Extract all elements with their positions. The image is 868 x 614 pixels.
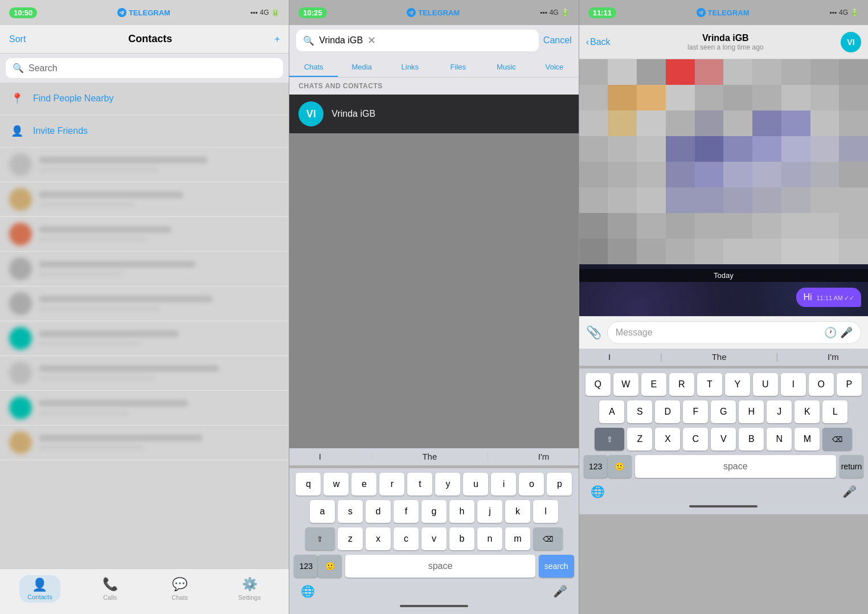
key-Q[interactable]: Q bbox=[586, 373, 611, 396]
key-S[interactable]: S bbox=[627, 400, 652, 423]
key-e[interactable]: e bbox=[351, 473, 376, 496]
key-Z[interactable]: Z bbox=[627, 428, 652, 451]
key-backspace-right[interactable]: ⌫ bbox=[822, 428, 852, 451]
table-row[interactable] bbox=[0, 217, 289, 252]
clock-icon[interactable]: 🕐 bbox=[824, 326, 837, 339]
key-K[interactable]: K bbox=[795, 400, 820, 423]
message-input[interactable]: Message 🕐 🎤 bbox=[607, 321, 861, 344]
key-p[interactable]: p bbox=[547, 473, 572, 496]
filter-tab-music[interactable]: Music bbox=[482, 58, 531, 77]
key-emoji[interactable]: 🙂 bbox=[318, 555, 342, 578]
key-v[interactable]: v bbox=[421, 527, 447, 550]
mic-icon[interactable]: 🎤 bbox=[553, 584, 567, 598]
key-space[interactable]: space bbox=[345, 555, 535, 578]
key-W[interactable]: W bbox=[613, 373, 638, 396]
right-suggestion-the[interactable]: The bbox=[712, 352, 727, 362]
key-g[interactable]: g bbox=[421, 500, 447, 523]
left-add-btn[interactable]: + bbox=[275, 34, 280, 44]
tab-chats[interactable]: 💬 Chats bbox=[160, 577, 200, 601]
key-I[interactable]: I bbox=[781, 373, 806, 396]
key-J[interactable]: J bbox=[767, 400, 792, 423]
key-q[interactable]: q bbox=[296, 473, 321, 496]
key-L[interactable]: L bbox=[822, 400, 847, 423]
filter-tab-files[interactable]: Files bbox=[434, 58, 482, 77]
filter-tab-chats[interactable]: Chats bbox=[289, 58, 338, 77]
right-globe-icon[interactable]: 🌐 bbox=[591, 485, 605, 498]
key-backspace[interactable]: ⌫ bbox=[533, 527, 563, 550]
key-m[interactable]: m bbox=[505, 527, 530, 550]
key-O[interactable]: O bbox=[809, 373, 834, 396]
key-H[interactable]: H bbox=[739, 400, 764, 423]
mic-input-icon[interactable]: 🎤 bbox=[840, 326, 853, 339]
suggestion-the[interactable]: The bbox=[422, 452, 437, 462]
attach-icon[interactable]: 📎 bbox=[586, 325, 601, 340]
suggestion-i[interactable]: I bbox=[319, 452, 321, 462]
key-d[interactable]: d bbox=[366, 500, 391, 523]
tab-settings[interactable]: ⚙️ Settings bbox=[230, 577, 269, 601]
chat-header-avatar[interactable]: VI bbox=[841, 32, 861, 52]
key-u[interactable]: u bbox=[463, 473, 488, 496]
key-b[interactable]: b bbox=[449, 527, 474, 550]
find-nearby-item[interactable]: 📍 Find People Nearby bbox=[0, 83, 289, 115]
key-A[interactable]: A bbox=[599, 400, 624, 423]
key-w[interactable]: w bbox=[324, 473, 349, 496]
key-V[interactable]: V bbox=[711, 428, 736, 451]
table-row[interactable] bbox=[0, 148, 289, 182]
key-P[interactable]: P bbox=[837, 373, 862, 396]
key-M[interactable]: M bbox=[795, 428, 820, 451]
key-t[interactable]: t bbox=[407, 473, 432, 496]
left-sort-btn[interactable]: Sort bbox=[9, 34, 26, 44]
key-i[interactable]: i bbox=[491, 473, 516, 496]
right-suggestion-i[interactable]: I bbox=[608, 352, 611, 362]
key-c[interactable]: c bbox=[394, 527, 419, 550]
key-U[interactable]: U bbox=[753, 373, 778, 396]
table-row[interactable] bbox=[0, 252, 289, 286]
key-space-right[interactable]: space bbox=[635, 455, 836, 478]
key-E[interactable]: E bbox=[641, 373, 666, 396]
key-x[interactable]: x bbox=[366, 527, 391, 550]
key-C[interactable]: C bbox=[683, 428, 708, 451]
key-search[interactable]: search bbox=[539, 555, 574, 578]
table-row[interactable] bbox=[0, 286, 289, 321]
globe-icon[interactable]: 🌐 bbox=[301, 584, 315, 598]
key-B[interactable]: B bbox=[739, 428, 764, 451]
key-R[interactable]: R bbox=[669, 373, 694, 396]
right-suggestion-im[interactable]: I'm bbox=[828, 352, 839, 362]
table-row[interactable] bbox=[0, 356, 289, 391]
key-N[interactable]: N bbox=[767, 428, 792, 451]
key-shift-filled[interactable]: ⇧ bbox=[595, 428, 624, 451]
key-return[interactable]: return bbox=[840, 455, 863, 478]
table-row[interactable] bbox=[0, 391, 289, 425]
key-h[interactable]: h bbox=[449, 500, 474, 523]
table-row[interactable] bbox=[0, 425, 289, 460]
key-r[interactable]: r bbox=[379, 473, 404, 496]
key-Y[interactable]: Y bbox=[725, 373, 750, 396]
search-result-item[interactable]: VI Vrinda iGB bbox=[289, 95, 578, 133]
key-T[interactable]: T bbox=[697, 373, 722, 396]
filter-tab-links[interactable]: Links bbox=[386, 58, 434, 77]
filter-tab-voice[interactable]: Voice bbox=[530, 58, 579, 77]
left-search-bar[interactable]: 🔍 Search bbox=[6, 58, 283, 78]
key-X[interactable]: X bbox=[655, 428, 680, 451]
table-row[interactable] bbox=[0, 182, 289, 217]
key-D[interactable]: D bbox=[655, 400, 680, 423]
key-o[interactable]: o bbox=[519, 473, 544, 496]
key-f[interactable]: f bbox=[394, 500, 419, 523]
tab-contacts[interactable]: 👤 Contacts bbox=[19, 575, 60, 603]
key-k[interactable]: k bbox=[505, 500, 530, 523]
key-a[interactable]: a bbox=[310, 500, 335, 523]
table-row[interactable] bbox=[0, 321, 289, 356]
suggestion-im[interactable]: I'm bbox=[538, 452, 550, 462]
right-mic-icon[interactable]: 🎤 bbox=[842, 485, 857, 498]
key-z[interactable]: z bbox=[338, 527, 363, 550]
filter-tab-media[interactable]: Media bbox=[338, 58, 386, 77]
key-123-right[interactable]: 123 bbox=[584, 455, 608, 478]
key-G[interactable]: G bbox=[711, 400, 736, 423]
key-123[interactable]: 123 bbox=[294, 555, 318, 578]
key-l[interactable]: l bbox=[533, 500, 558, 523]
key-emoji-right[interactable]: 🙂 bbox=[608, 455, 632, 478]
key-n[interactable]: n bbox=[477, 527, 502, 550]
back-button[interactable]: ‹ Back bbox=[586, 37, 611, 47]
key-shift[interactable]: ⇧ bbox=[305, 527, 335, 550]
tab-calls[interactable]: 📞 Calls bbox=[90, 577, 130, 601]
